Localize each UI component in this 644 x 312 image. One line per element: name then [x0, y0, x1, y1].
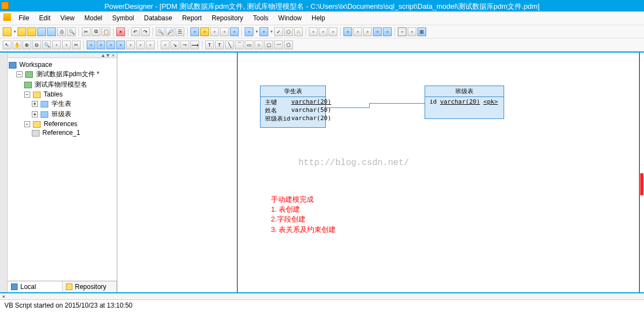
edit-sql-icon[interactable]: A — [294, 27, 303, 36]
copy-icon[interactable]: ⧉ — [92, 27, 100, 36]
table-grid-icon[interactable]: ⊞ — [417, 27, 426, 36]
zoom-in-icon[interactable]: ⊕ — [22, 41, 31, 49]
dependency-icon[interactable]: ⤳ — [180, 41, 189, 49]
zoom-out-icon[interactable]: ⊖ — [32, 41, 41, 49]
connect-icon[interactable]: ▫ — [245, 27, 253, 36]
tree-tables-folder[interactable]: − Tables — [9, 90, 116, 99]
menu-file[interactable]: File — [14, 13, 33, 23]
view-ref-icon[interactable]: ▫ — [126, 41, 135, 49]
welcome-icon[interactable]: ▫ — [220, 27, 229, 36]
zoom-area-icon[interactable]: 🔍 — [42, 41, 51, 49]
note-icon[interactable]: ▫ — [161, 41, 170, 49]
delete2-icon[interactable]: ✂ — [72, 41, 81, 49]
generate-icon[interactable]: ▫ — [309, 27, 318, 36]
link-icon[interactable]: ↘ — [171, 41, 179, 49]
redo-icon[interactable]: ↷ — [141, 27, 150, 36]
disconnect-icon[interactable]: ▫ — [259, 27, 268, 36]
diagram-icon[interactable]: ▫ — [230, 27, 239, 36]
diagram-canvas[interactable]: 学生表 主键 varchar(20) 姓名 varchar(50) 班级表id … — [117, 53, 644, 292]
paste-icon[interactable]: 📋 — [101, 27, 110, 36]
reference-icon[interactable]: ▫ — [116, 41, 125, 49]
tree-model[interactable]: 测试库物理模型名 — [9, 80, 116, 90]
menu-repository[interactable]: Repository — [207, 13, 247, 23]
package-icon[interactable]: ▫ — [87, 41, 95, 49]
dropdown-icon[interactable]: ▾ — [269, 29, 273, 34]
open-diagram-icon[interactable]: ▫ — [52, 41, 61, 49]
fit-icon[interactable]: ▫ — [383, 27, 392, 36]
tree-workspace[interactable]: Workspace — [9, 60, 116, 69]
polyline-icon[interactable]: 〰 — [274, 41, 283, 49]
rectangle-icon[interactable]: ▭ — [245, 41, 253, 49]
entity-student[interactable]: 学生表 主键 varchar(20) 姓名 varchar(50) 班级表id … — [260, 86, 326, 128]
browser-icon[interactable]: ▫ — [190, 27, 199, 36]
reference-line[interactable] — [326, 107, 370, 108]
file-icon[interactable]: ▫ — [146, 41, 155, 49]
menu-help[interactable]: Help — [307, 13, 330, 23]
menu-view[interactable]: View — [56, 13, 79, 23]
entity-class[interactable]: 班级表 id varchar(20) <pk> — [425, 86, 504, 119]
menu-symbol[interactable]: Symbol — [108, 13, 139, 23]
dropdown-icon[interactable]: ▾ — [255, 29, 258, 34]
new-icon[interactable] — [3, 27, 12, 36]
pointer-icon[interactable]: ↖ — [3, 41, 12, 49]
grabber-icon[interactable]: ✋ — [13, 41, 21, 49]
menu-report[interactable]: Report — [178, 13, 206, 23]
save-all-icon[interactable] — [47, 27, 56, 36]
object-tree[interactable]: Workspace − 测试数据库pdm文件 * 测试库物理模型名 − Tabl… — [8, 58, 117, 281]
reverse-icon[interactable]: ▫ — [319, 27, 327, 36]
find-icon[interactable]: 🔍 — [156, 27, 165, 36]
delete-icon[interactable]: × — [116, 27, 125, 36]
menu-window[interactable]: Window — [274, 13, 306, 23]
result-list-icon[interactable]: ▫ — [210, 27, 219, 36]
output-icon[interactable]: ▫ — [200, 27, 209, 36]
rounded-rect-icon[interactable]: ▢ — [264, 41, 273, 49]
table-icon[interactable]: ▫ — [97, 41, 105, 49]
procedure-icon[interactable]: ▫ — [136, 41, 145, 49]
ellipse-icon[interactable]: ○ — [255, 41, 263, 49]
tree-project[interactable]: − 测试数据库pdm文件 * — [9, 69, 116, 80]
dropdown-icon[interactable]: ▾ — [13, 29, 16, 34]
collapse-icon[interactable]: − — [24, 92, 30, 98]
view-icon[interactable]: ▫ — [106, 41, 115, 49]
collapse-icon[interactable]: − — [24, 121, 30, 127]
collapse-icon[interactable]: − — [16, 71, 22, 77]
text-icon[interactable]: T — [215, 41, 224, 49]
select-all-icon[interactable]: ▫ — [343, 27, 352, 36]
tree-table-class[interactable]: + 班级表 — [9, 109, 116, 120]
ungroup-icon[interactable]: ▫ — [408, 27, 416, 36]
symbol-format-icon[interactable]: ▫ — [373, 27, 382, 36]
polygon-icon[interactable]: ⬠ — [284, 41, 293, 49]
arc-icon[interactable]: ⌒ — [235, 41, 244, 49]
line-icon[interactable]: ╲ — [225, 41, 234, 49]
print-icon[interactable]: ⎙ — [57, 27, 66, 36]
traceability-icon[interactable]: ⟶ — [190, 41, 199, 49]
menu-tools[interactable]: Tools — [248, 13, 273, 23]
title-icon[interactable]: T — [205, 41, 214, 49]
project-icon[interactable] — [18, 27, 26, 36]
preview-icon[interactable]: 🔍 — [67, 27, 76, 36]
group-icon[interactable]: ▫ — [398, 27, 406, 36]
menu-database[interactable]: Database — [140, 13, 177, 23]
tab-local[interactable]: Local — [8, 281, 63, 292]
save-icon[interactable] — [37, 27, 46, 36]
tree-refs-folder[interactable]: − References — [9, 120, 116, 128]
properties2-icon[interactable]: ▫ — [62, 41, 71, 49]
expand-icon[interactable]: + — [32, 111, 38, 117]
cut-icon[interactable]: ✂ — [82, 27, 91, 36]
check-model-icon[interactable]: ✓ — [274, 27, 283, 36]
menu-model[interactable]: Model — [80, 13, 107, 23]
tab-repository[interactable]: Repository — [63, 281, 117, 292]
tree-table-student[interactable]: + 学生表 — [9, 99, 116, 109]
expand-icon[interactable]: + — [32, 101, 38, 107]
output-handle[interactable]: × — [0, 293, 644, 300]
close-panel-icon[interactable]: × — [2, 294, 5, 299]
panel-handle[interactable]: ▲▼ × — [8, 53, 117, 58]
undo-icon[interactable]: ↶ — [131, 27, 140, 36]
auto-layout-icon[interactable]: ▫ — [353, 27, 362, 36]
tree-ref-1[interactable]: Reference_1 — [9, 128, 116, 137]
properties-icon[interactable]: ☰ — [176, 27, 184, 36]
impact-icon[interactable]: ⬡ — [284, 27, 293, 36]
find-in-diagram-icon[interactable]: 🔎 — [166, 27, 174, 36]
open-icon[interactable] — [27, 27, 36, 36]
merge-icon[interactable]: ▫ — [329, 27, 337, 36]
